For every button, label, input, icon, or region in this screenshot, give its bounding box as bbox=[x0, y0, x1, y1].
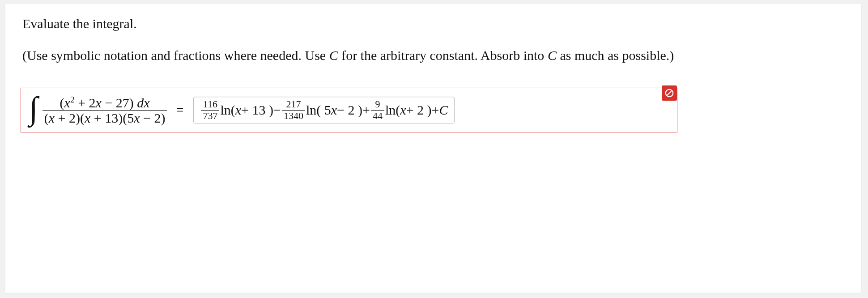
prompt-fragment: for the arbitrary constant. Absorb into bbox=[338, 48, 548, 63]
plus: + bbox=[432, 102, 439, 118]
prompt-text: Evaluate the integral. (Use symbolic not… bbox=[5, 4, 861, 66]
numerator: 116 bbox=[201, 99, 219, 110]
constant-c: C bbox=[439, 102, 448, 118]
prompt-fragment: (Use symbolic notation and fractions whe… bbox=[22, 48, 329, 63]
prompt-line-2: (Use symbolic notation and fractions whe… bbox=[22, 45, 844, 66]
var-x: x bbox=[49, 111, 55, 125]
text: + bbox=[75, 95, 89, 110]
integrand-fraction: (x2 + 2x − 27) dx (x + 2)(x + 13)(5x − 2… bbox=[42, 95, 168, 125]
prompt-fragment: as much as possible.) bbox=[557, 48, 674, 63]
coef-3: 9 44 bbox=[370, 99, 385, 121]
text: + 13 ) bbox=[241, 102, 273, 118]
text: + 2)( bbox=[55, 111, 85, 125]
integrand-denominator: (x + 2)(x + 13)(5x − 2) bbox=[43, 110, 167, 125]
text: ) bbox=[129, 95, 134, 110]
var-x: x bbox=[134, 111, 140, 125]
denominator: 44 bbox=[371, 110, 384, 121]
text: + 13)(5 bbox=[90, 111, 134, 125]
var-x: x bbox=[400, 102, 406, 118]
coef-1: 116 737 bbox=[200, 99, 220, 121]
svg-line-1 bbox=[667, 91, 672, 96]
question-sheet: Evaluate the integral. (Use symbolic not… bbox=[5, 4, 861, 293]
text: ( bbox=[44, 111, 49, 125]
minus: − bbox=[273, 102, 281, 118]
answer-row: ∫ (x2 + 2x − 27) dx (x + 2)(x + 13)(5x −… bbox=[21, 88, 677, 132]
var-x: x bbox=[64, 95, 70, 110]
ln: ln bbox=[306, 102, 316, 118]
text: ( bbox=[231, 102, 235, 118]
text: ( bbox=[60, 95, 64, 110]
text: + 2 ) bbox=[406, 102, 432, 118]
var-x: x bbox=[144, 95, 149, 110]
answer-input[interactable]: 116 737 ln (x + 13 ) − 217 1340 ln ( 5x … bbox=[193, 97, 455, 123]
exponent: 2 bbox=[70, 95, 75, 104]
text: 27 bbox=[116, 95, 129, 110]
equals-sign: = bbox=[168, 102, 191, 118]
ln: ln bbox=[385, 102, 396, 118]
text: ( 5 bbox=[316, 102, 331, 118]
plus: + bbox=[362, 102, 370, 118]
integrand-numerator: (x2 + 2x − 27) dx bbox=[58, 95, 152, 110]
prompt-constant-c: C bbox=[548, 48, 557, 63]
incorrect-icon bbox=[662, 85, 677, 101]
differential-d: d bbox=[137, 95, 144, 110]
denominator: 1340 bbox=[282, 110, 305, 121]
integral-expression: ∫ (x2 + 2x − 27) dx (x + 2)(x + 13)(5x −… bbox=[29, 95, 191, 125]
prompt-constant-c: C bbox=[329, 48, 338, 63]
ln: ln bbox=[220, 102, 230, 118]
text: − 2) bbox=[140, 111, 166, 125]
text: 2 bbox=[89, 95, 96, 110]
text: − 2 ) bbox=[337, 102, 362, 118]
numerator: 9 bbox=[373, 99, 382, 110]
text: ( bbox=[396, 102, 400, 118]
var-x: x bbox=[96, 95, 102, 110]
var-x: x bbox=[85, 111, 90, 125]
var-x: x bbox=[331, 102, 337, 118]
var-x: x bbox=[235, 102, 241, 118]
prompt-line-1: Evaluate the integral. bbox=[22, 13, 844, 34]
text: − bbox=[102, 95, 116, 110]
denominator: 737 bbox=[201, 110, 219, 121]
numerator: 217 bbox=[284, 99, 302, 110]
coef-2: 217 1340 bbox=[281, 99, 306, 121]
